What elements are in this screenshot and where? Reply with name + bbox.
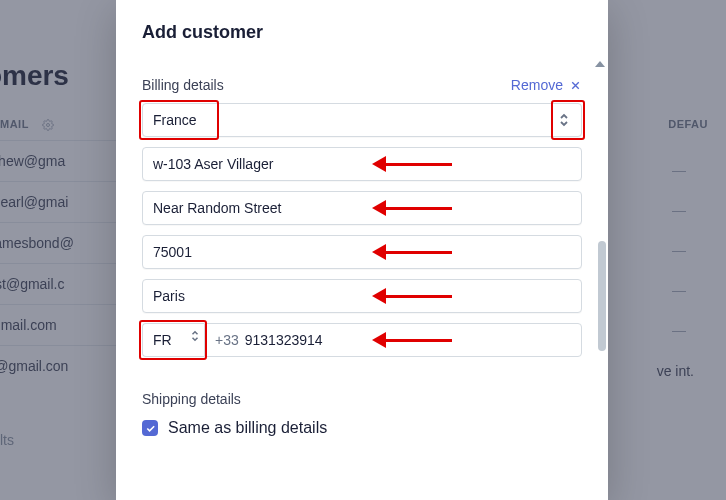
- chevron-up-down-icon: [190, 329, 200, 346]
- check-icon: [145, 423, 156, 434]
- country-select[interactable]: France: [142, 103, 582, 137]
- modal-header: Add customer: [116, 0, 608, 61]
- same-as-billing-label: Same as billing details: [168, 419, 327, 437]
- chevron-up-down-icon: [551, 107, 577, 133]
- remove-label: Remove: [511, 77, 563, 93]
- add-customer-modal: Add customer Billing details Remove Fran…: [116, 0, 608, 500]
- scrollbar-thumb[interactable]: [598, 241, 606, 351]
- same-as-billing-checkbox[interactable]: [142, 420, 158, 436]
- country-value: France: [153, 112, 197, 128]
- scroll-up-icon: [595, 61, 605, 67]
- phone-number-value: 9131323914: [245, 332, 323, 348]
- phone-prefix: +33: [215, 332, 239, 348]
- phone-country-value: FR: [153, 332, 172, 348]
- address-line1-input[interactable]: [142, 147, 582, 181]
- shipping-section: Shipping details Same as billing details: [142, 391, 582, 437]
- remove-billing-link[interactable]: Remove: [511, 77, 582, 93]
- city-input[interactable]: [142, 279, 582, 313]
- modal-title: Add customer: [142, 22, 582, 43]
- postal-code-input[interactable]: [142, 235, 582, 269]
- billing-label: Billing details: [142, 77, 224, 93]
- phone-number-input[interactable]: +33 9131323914: [204, 323, 582, 357]
- close-icon: [569, 79, 582, 92]
- billing-section-header: Billing details Remove: [142, 77, 582, 93]
- address-line2-input[interactable]: [142, 191, 582, 225]
- phone-country-select[interactable]: FR: [142, 323, 204, 357]
- shipping-label: Shipping details: [142, 391, 582, 407]
- modal-body: Billing details Remove France: [116, 61, 608, 500]
